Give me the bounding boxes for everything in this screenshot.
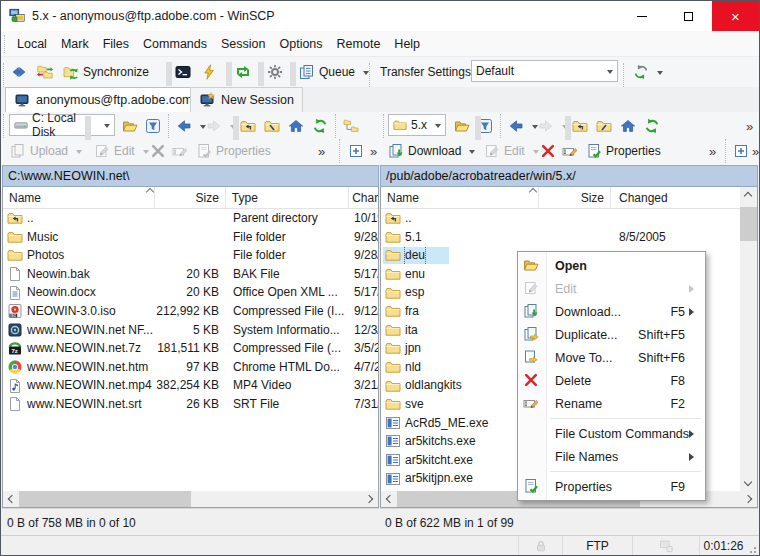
context-menu-item-move-to[interactable]: Move To...Shift+F6 bbox=[518, 346, 705, 369]
preferences-button[interactable] bbox=[264, 60, 286, 84]
menu-files[interactable]: Files bbox=[96, 37, 136, 51]
column-header-name[interactable]: Name bbox=[381, 187, 539, 209]
local-toolbar-overflow-2[interactable]: » bbox=[367, 139, 379, 163]
local-filter-button[interactable] bbox=[142, 114, 164, 138]
remote-toolbar-overflow[interactable]: » bbox=[743, 114, 755, 138]
maximize-button[interactable] bbox=[665, 1, 712, 31]
column-header-changed[interactable]: Changed bbox=[611, 187, 731, 209]
remote-properties-button[interactable]: Properties bbox=[583, 139, 664, 163]
remote-dir-combo[interactable]: 5.x bbox=[388, 114, 446, 136]
local-open-dir-button[interactable] bbox=[119, 114, 141, 138]
menu-options[interactable]: Options bbox=[272, 37, 329, 51]
download-dropdown-arrow[interactable] bbox=[469, 150, 475, 157]
local-drive-combo[interactable]: C: Local Disk bbox=[9, 114, 115, 136]
context-menu-item-file-custom-commands[interactable]: File Custom Commands bbox=[518, 422, 705, 445]
remote-toolbar-overflow-2[interactable]: » bbox=[749, 139, 760, 163]
menu-help[interactable]: Help bbox=[387, 37, 427, 51]
menu-session[interactable]: Session bbox=[214, 37, 272, 51]
open-in-putty-button[interactable] bbox=[198, 60, 220, 84]
column-header-size[interactable]: Size bbox=[155, 187, 226, 209]
file-row[interactable]: www.NEOWIN.net.7z181,511 KBCompressed Fi… bbox=[3, 339, 378, 358]
transfer-mode-dropdown-arrow[interactable] bbox=[657, 71, 663, 78]
move-icon bbox=[523, 349, 539, 365]
context-menu-item-open[interactable]: Open bbox=[518, 254, 705, 277]
file-row[interactable]: Neowin.bak20 KBBAK File5/17/ bbox=[3, 265, 378, 284]
file-row[interactable]: 5.18/5/2005 bbox=[381, 228, 740, 247]
compare-panels-button[interactable] bbox=[8, 60, 30, 84]
context-menu-item-properties[interactable]: PropertiesF9 bbox=[518, 475, 705, 498]
context-menu-item-download[interactable]: Download...F5 bbox=[518, 300, 705, 323]
remote-home-dir-button[interactable] bbox=[617, 114, 639, 138]
remote-path-bar[interactable]: /pub/adobe/acrobatreader/win/5.x/ bbox=[380, 165, 758, 187]
local-refresh-button[interactable] bbox=[309, 114, 331, 138]
scrollbar-thumb[interactable] bbox=[19, 491, 191, 507]
file-name-wrap: enu bbox=[383, 266, 427, 283]
resize-grip[interactable] bbox=[747, 536, 759, 556]
context-menu-item-file-names[interactable]: File Names bbox=[518, 445, 705, 468]
local-add-toolbar-button[interactable] bbox=[345, 139, 367, 163]
file-row[interactable]: NEOWIN-3.0.iso212,992 KBCompressed File … bbox=[3, 302, 378, 321]
remote-root-dir-button[interactable] bbox=[593, 114, 615, 138]
toolbar-grip[interactable] bbox=[623, 63, 630, 87]
local-root-dir-button[interactable] bbox=[261, 114, 283, 138]
synchronize-button[interactable]: Synchronize bbox=[60, 60, 152, 84]
scroll-down-button[interactable] bbox=[740, 475, 756, 491]
scroll-right-button[interactable] bbox=[741, 491, 757, 507]
remote-rename-button[interactable] bbox=[559, 139, 581, 163]
file-row[interactable]: www.NEOWIN.net.srt26 KBSRT File7/31/ bbox=[3, 395, 378, 414]
local-tree-button[interactable] bbox=[340, 114, 362, 138]
file-row[interactable]: Neowin.docx20 KBOffice Open XML ...5/17/ bbox=[3, 283, 378, 302]
remote-open-dir-button[interactable] bbox=[451, 114, 473, 138]
context-menu-item-delete[interactable]: DeleteF8 bbox=[518, 369, 705, 392]
open-terminal-button[interactable] bbox=[172, 60, 194, 84]
parent-folder-icon bbox=[240, 118, 256, 134]
transfer-mode-button[interactable] bbox=[630, 60, 666, 84]
remote-vertical-scrollbar[interactable] bbox=[740, 187, 757, 491]
scroll-up-button[interactable] bbox=[740, 187, 756, 203]
context-menu-item-duplicate[interactable]: Duplicate...Shift+F5 bbox=[518, 323, 705, 346]
file-row[interactable]: www.NEOWIN.net.htm97 KBChrome HTML Do...… bbox=[3, 358, 378, 377]
file-row[interactable]: www.NEOWIN.net NF...5 KBSystem Informati… bbox=[3, 321, 378, 340]
remote-delete-button[interactable] bbox=[537, 139, 559, 163]
local-toolbar-overflow[interactable]: » bbox=[315, 139, 327, 163]
column-header-changed[interactable]: Changed bbox=[349, 187, 378, 209]
session-tab-active[interactable]: anonymous@ftp.adobe.com bbox=[5, 87, 202, 112]
local-parent-dir-button[interactable] bbox=[237, 114, 259, 138]
refresh-both-button[interactable] bbox=[232, 60, 254, 84]
minimize-button[interactable] bbox=[618, 1, 665, 31]
close-button[interactable]: × bbox=[712, 1, 759, 31]
scroll-left-button[interactable] bbox=[381, 491, 397, 507]
file-row[interactable]: www.NEOWIN.net.mp4382,254 KBMP4 Video3/2… bbox=[3, 376, 378, 395]
transfer-settings-combo[interactable]: Default bbox=[471, 60, 618, 82]
remote-toolbar-overflow[interactable]: » bbox=[706, 139, 718, 163]
local-home-dir-button[interactable] bbox=[285, 114, 307, 138]
session-time-cell: 0:01:26 bbox=[699, 536, 747, 556]
context-menu-item-rename[interactable]: RenameF2 bbox=[518, 392, 705, 415]
file-changed: 9/28/ bbox=[351, 246, 378, 265]
menu-remote[interactable]: Remote bbox=[330, 37, 388, 51]
toolbar-grip[interactable] bbox=[369, 63, 376, 87]
local-path-bar[interactable]: C:\www.NEOWIN.net\ bbox=[2, 165, 379, 187]
file-row[interactable]: MusicFile folder9/28/ bbox=[3, 228, 378, 247]
local-horizontal-scrollbar[interactable] bbox=[3, 491, 378, 507]
file-row[interactable]: ..Parent directory10/19 bbox=[3, 209, 378, 228]
remote-parent-dir-button[interactable] bbox=[569, 114, 591, 138]
file-row[interactable]: PhotosFile folder9/28/ bbox=[3, 246, 378, 265]
file-row[interactable]: .. bbox=[381, 209, 740, 228]
menu-commands[interactable]: Commands bbox=[136, 37, 214, 51]
scroll-right-button[interactable] bbox=[362, 491, 378, 507]
menu-mark[interactable]: Mark bbox=[54, 37, 96, 51]
column-header-name[interactable]: Name bbox=[3, 187, 155, 209]
new-session-tab[interactable]: New Session bbox=[190, 87, 303, 112]
queue-button[interactable]: Queue bbox=[296, 60, 372, 84]
scroll-left-button[interactable] bbox=[3, 491, 19, 507]
menubar-grip[interactable] bbox=[4, 35, 7, 53]
title-bar[interactable]: 5.x - anonymous@ftp.adobe.com - WinSCP × bbox=[1, 1, 759, 31]
remote-refresh-button[interactable] bbox=[641, 114, 663, 138]
remote-download-button[interactable]: Download bbox=[385, 139, 478, 163]
column-header-type[interactable]: Type bbox=[226, 187, 349, 209]
column-header-size[interactable]: Size bbox=[539, 187, 611, 209]
scrollbar-thumb[interactable] bbox=[740, 207, 757, 241]
menu-local[interactable]: Local bbox=[10, 37, 54, 51]
synchronize-browsing-button[interactable] bbox=[34, 60, 56, 84]
